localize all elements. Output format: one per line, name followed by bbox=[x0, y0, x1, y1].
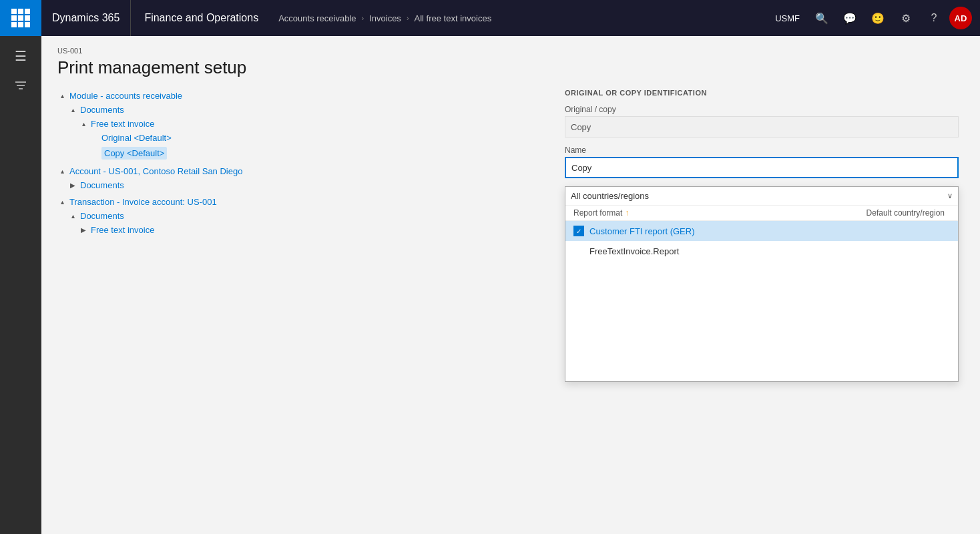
tree-label-account: Account - US-001, Contoso Retail San Die… bbox=[69, 166, 242, 176]
dropdown-chevron: ∨ bbox=[947, 192, 953, 200]
original-copy-input[interactable] bbox=[565, 116, 959, 138]
tree-label-free-text-invoice-2: Free text invoice bbox=[91, 225, 154, 235]
tree-item-free-text-invoice-2[interactable]: ▶ Free text invoice bbox=[57, 223, 551, 237]
main-content: US-001 Print management setup ▴ Module -… bbox=[41, 36, 980, 534]
tree-toggle-free-text-invoice: ▴ bbox=[79, 120, 88, 127]
tree-label-copy: Copy <Default> bbox=[101, 147, 167, 160]
breadcrumb-all-free-text-invoices[interactable]: All free text invoices bbox=[415, 13, 492, 23]
tree-toggle-documents-2: ▶ bbox=[68, 182, 77, 189]
tree-toggle-free-text-invoice-2: ▶ bbox=[79, 226, 88, 234]
tree-label-documents-1: Documents bbox=[80, 105, 124, 115]
page-breadcrumb: US-001 bbox=[57, 47, 964, 55]
breadcrumb-sep-2: › bbox=[407, 14, 409, 22]
tree-label-documents-3: Documents bbox=[80, 211, 124, 221]
tree-label-free-text-invoice: Free text invoice bbox=[91, 119, 154, 129]
filter-button[interactable] bbox=[7, 73, 34, 97]
help-button[interactable]: ? bbox=[921, 5, 947, 31]
tree-toggle-documents-3: ▴ bbox=[68, 212, 77, 220]
tree-toggle-documents-1: ▴ bbox=[68, 106, 77, 113]
section-header: ORIGINAL OR COPY IDENTIFICATION bbox=[565, 83, 967, 97]
original-copy-group: Original / copy bbox=[565, 105, 967, 138]
content-area: ▴ Module - accounts receivable ▴ Documen… bbox=[41, 83, 980, 297]
company-label: USMF bbox=[768, 13, 806, 23]
breadcrumb: Accounts receivable › Invoices › All fre… bbox=[272, 13, 768, 23]
breadcrumb-sep-1: › bbox=[362, 14, 364, 22]
tree-item-transaction[interactable]: ▴ Transaction - Invoice account: US-001 bbox=[57, 195, 551, 209]
sort-ascending-icon[interactable]: ↑ bbox=[625, 208, 629, 218]
countries-dropdown-popup: ∨ Report format ↑ Default country/region… bbox=[565, 186, 959, 382]
breadcrumb-accounts-receivable[interactable]: Accounts receivable bbox=[278, 13, 356, 23]
tree-item-original[interactable]: Original <Default> bbox=[57, 131, 551, 145]
original-copy-label: Original / copy bbox=[565, 105, 967, 114]
apps-button[interactable] bbox=[0, 0, 41, 36]
breadcrumb-invoices[interactable]: Invoices bbox=[369, 13, 401, 23]
dropdown-search-row: ∨ bbox=[565, 187, 958, 206]
right-panel: ORIGINAL OR COPY IDENTIFICATION Original… bbox=[551, 83, 980, 297]
tree-panel: ▴ Module - accounts receivable ▴ Documen… bbox=[57, 83, 551, 297]
chat-icon-button[interactable]: 💬 bbox=[837, 5, 863, 31]
hamburger-menu-button[interactable]: ☰ bbox=[7, 44, 34, 68]
page-title: Print management setup bbox=[57, 57, 964, 78]
topbar: Dynamics 365 Finance and Operations Acco… bbox=[0, 0, 980, 36]
tree-item-documents-1[interactable]: ▴ Documents bbox=[57, 103, 551, 117]
tree-toggle-module: ▴ bbox=[57, 92, 67, 99]
tree-toggle-account: ▴ bbox=[57, 168, 67, 175]
report-format-column-label: Report format bbox=[573, 208, 622, 218]
tree-label-module: Module - accounts receivable bbox=[69, 91, 182, 101]
tree-item-documents-3[interactable]: ▴ Documents bbox=[57, 209, 551, 223]
name-input[interactable] bbox=[565, 157, 959, 178]
tree-item-account[interactable]: ▴ Account - US-001, Contoso Retail San D… bbox=[57, 164, 551, 178]
tree-item-documents-2[interactable]: ▶ Documents bbox=[57, 178, 551, 192]
tree-item-module[interactable]: ▴ Module - accounts receivable bbox=[57, 89, 551, 103]
tree-label-documents-2: Documents bbox=[80, 180, 124, 190]
topbar-right: USMF 🔍 💬 🙂 ⚙ ? AD bbox=[768, 5, 980, 31]
name-label: Name bbox=[565, 146, 967, 155]
name-group: Name bbox=[565, 146, 967, 178]
dropdown-option-freetextinvoice-label: FreeTextInvoice.Report bbox=[589, 246, 679, 256]
dropdown-search-input[interactable] bbox=[571, 191, 943, 201]
tree-item-copy-default[interactable]: Copy <Default> bbox=[57, 145, 551, 162]
search-button[interactable]: 🔍 bbox=[809, 5, 834, 31]
page-header: US-001 Print management setup bbox=[41, 36, 980, 83]
smiley-icon-button[interactable]: 🙂 bbox=[865, 5, 891, 31]
apps-grid-icon bbox=[11, 9, 30, 27]
dropdown-option-freetextinvoice[interactable]: FreeTextInvoice.Report bbox=[565, 241, 958, 261]
avatar[interactable]: AD bbox=[949, 7, 972, 29]
sidebar: ☰ bbox=[0, 36, 41, 534]
tree-toggle-transaction: ▴ bbox=[57, 198, 67, 206]
dropdown-option-customer-fti[interactable]: ✓ Customer FTI report (GER) bbox=[565, 221, 958, 241]
dropdown-option-customer-fti-label: Customer FTI report (GER) bbox=[589, 226, 694, 236]
settings-icon-button[interactable]: ⚙ bbox=[893, 5, 919, 31]
check-icon-customer-fti: ✓ bbox=[573, 226, 584, 236]
tree-item-free-text-invoice[interactable]: ▴ Free text invoice bbox=[57, 117, 551, 131]
finops-label: Finance and Operations bbox=[131, 0, 272, 36]
tree-label-original: Original <Default> bbox=[101, 133, 172, 143]
default-country-column-label: Default country/region bbox=[867, 208, 950, 218]
dynamics365-label: Dynamics 365 bbox=[41, 0, 131, 36]
tree-label-transaction: Transaction - Invoice account: US-001 bbox=[69, 197, 217, 207]
check-empty-freetextinvoice bbox=[573, 246, 584, 256]
